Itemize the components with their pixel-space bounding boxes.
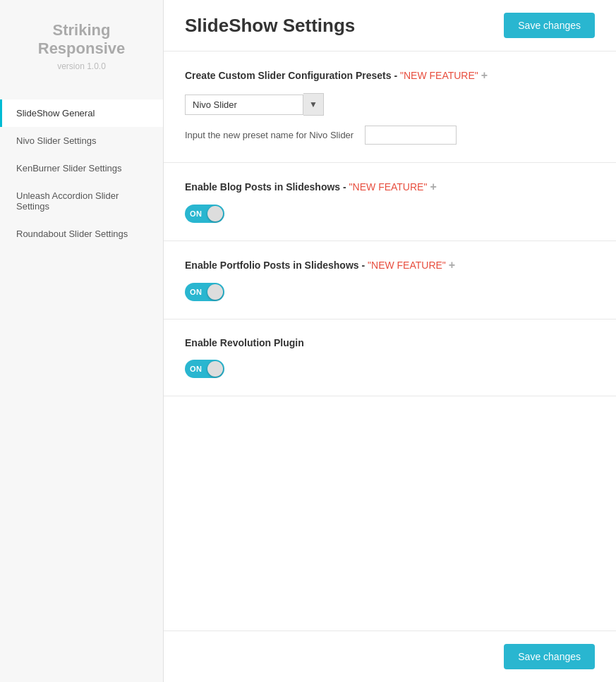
toggle-revolution-plugin[interactable]: ON xyxy=(185,360,224,378)
toggle-blog-posts[interactable]: ON xyxy=(185,205,224,223)
preset-name-input[interactable] xyxy=(365,126,457,145)
main-header: SlideShow Settings Save changes xyxy=(164,0,616,51)
plus-icon-create-preset[interactable]: + xyxy=(481,69,488,81)
slider-type-select-wrapper: Nivo Slider KenBurner Slider Unleash Acc… xyxy=(185,93,595,116)
toggle-portfolio-posts[interactable]: ON xyxy=(185,283,224,301)
preset-label: Input the new preset name for Nivo Slide… xyxy=(185,130,354,140)
toggle-revolution-plugin-wrapper: ON xyxy=(185,360,595,378)
toggle-blog-posts-label: ON xyxy=(190,209,203,218)
toggle-blog-posts-wrapper: ON xyxy=(185,205,595,223)
sidebar: StrikingResponsive version 1.0.0 SlideSh… xyxy=(0,0,164,682)
preset-name-row: Input the new preset name for Nivo Slide… xyxy=(185,126,595,145)
main-panel: SlideShow Settings Save changes Create C… xyxy=(164,0,616,682)
section-title-enable-revolution-plugin: Enable Revolution Plugin xyxy=(185,337,595,348)
section-title-create-preset: Create Custom Slider Configuration Prese… xyxy=(185,69,595,82)
brand-version: version 1.0.0 xyxy=(38,61,126,71)
section-enable-revolution-plugin: Enable Revolution Plugin ON xyxy=(164,319,616,396)
section-title-enable-portfolio-posts: Enable Portfolio Posts in Slideshows - "… xyxy=(185,259,595,272)
toggle-revolution-plugin-knob xyxy=(207,361,223,377)
section-enable-portfolio-posts: Enable Portfolio Posts in Slideshows - "… xyxy=(164,241,616,319)
toggle-portfolio-posts-wrapper: ON xyxy=(185,283,595,301)
slider-type-select[interactable]: Nivo Slider KenBurner Slider Unleash Acc… xyxy=(185,95,303,115)
sidebar-brand: StrikingResponsive version 1.0.0 xyxy=(38,21,126,71)
sidebar-item-kenburner-slider-settings[interactable]: KenBurner Slider Settings xyxy=(0,154,163,182)
toggle-revolution-plugin-label: ON xyxy=(190,365,203,373)
sidebar-item-unleash-accordion-slider-settings[interactable]: Unleash Accordion Slider Settings xyxy=(0,182,163,220)
save-button-top[interactable]: Save changes xyxy=(504,13,595,38)
select-arrow-icon: ▼ xyxy=(303,93,324,116)
brand-name: StrikingResponsive xyxy=(38,21,126,59)
toggle-portfolio-posts-knob xyxy=(207,284,223,300)
sidebar-item-roundabout-slider-settings[interactable]: Roundabout Slider Settings xyxy=(0,220,163,248)
main-footer: Save changes xyxy=(164,631,616,682)
section-enable-blog-posts: Enable Blog Posts in Slideshows - "NEW F… xyxy=(164,163,616,241)
section-create-preset: Create Custom Slider Configuration Prese… xyxy=(164,51,616,163)
toggle-portfolio-posts-label: ON xyxy=(190,288,203,296)
plus-icon-portfolio-posts[interactable]: + xyxy=(449,259,455,271)
sidebar-item-nivo-slider-settings[interactable]: Nivo Slider Settings xyxy=(0,127,163,154)
toggle-blog-posts-knob xyxy=(207,206,223,221)
sidebar-nav: SlideShow General Nivo Slider Settings K… xyxy=(0,99,163,248)
main-content: Create Custom Slider Configuration Prese… xyxy=(164,51,616,631)
sidebar-item-slideshow-general[interactable]: SlideShow General xyxy=(0,99,163,127)
section-title-enable-blog-posts: Enable Blog Posts in Slideshows - "NEW F… xyxy=(185,181,595,193)
page-title: SlideShow Settings xyxy=(185,15,355,37)
plus-icon-blog-posts[interactable]: + xyxy=(430,181,436,193)
save-button-bottom[interactable]: Save changes xyxy=(504,644,595,669)
